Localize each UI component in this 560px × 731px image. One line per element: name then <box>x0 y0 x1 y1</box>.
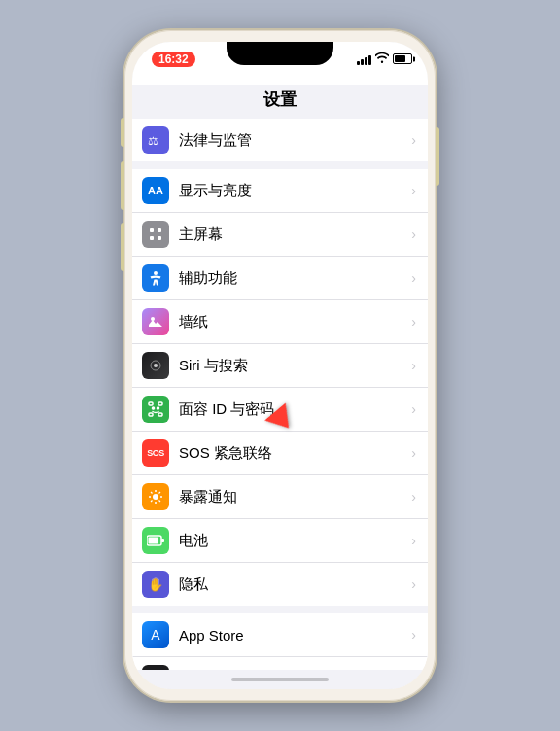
appstore-section: A App Store › 钱包与 Apple Pay › <box>132 613 428 670</box>
svg-rect-4 <box>158 236 161 240</box>
faceid-icon <box>142 396 169 423</box>
phone-frame: 16:32 设置 <box>124 30 436 701</box>
chevron-icon: › <box>411 226 416 242</box>
volume-down-button <box>121 223 124 271</box>
chevron-icon: › <box>411 533 416 548</box>
display-section: AA 显示与亮度 › 主屏幕 › 辅助功能 <box>132 169 428 606</box>
svg-rect-9 <box>149 402 153 405</box>
display-icon: AA <box>142 177 169 204</box>
chevron-icon: › <box>411 358 416 373</box>
chevron-icon: › <box>411 132 416 148</box>
chevron-icon: › <box>411 401 416 417</box>
notch <box>227 42 333 65</box>
item-label-appstore: App Store <box>179 627 411 644</box>
chevron-icon: › <box>411 183 416 198</box>
item-label-privacy: 隐私 <box>179 575 411 594</box>
svg-text:A: A <box>151 627 160 643</box>
svg-point-5 <box>154 271 158 275</box>
svg-rect-26 <box>161 539 164 542</box>
item-label-exposure: 暴露通知 <box>179 488 411 506</box>
accessibility-icon <box>142 264 169 292</box>
svg-text:⚖: ⚖ <box>148 134 158 148</box>
homescreen-icon <box>142 221 169 248</box>
chevron-icon: › <box>411 489 416 505</box>
item-label-sos: SOS 紧急联络 <box>179 444 411 463</box>
svg-rect-12 <box>158 413 162 416</box>
svg-rect-3 <box>150 236 154 240</box>
lawfirm-icon: ⚖ <box>142 126 169 154</box>
exposure-icon <box>142 483 169 510</box>
svg-rect-11 <box>149 413 153 416</box>
item-label-lawfirm: 法律与监管 <box>179 131 411 150</box>
volume-up-button <box>121 161 124 210</box>
item-label-display: 显示与亮度 <box>179 182 411 200</box>
list-item-homescreen[interactable]: 主屏幕 › <box>132 213 428 257</box>
list-item-wallpaper[interactable]: 墙纸 › <box>132 300 428 344</box>
svg-rect-2 <box>158 228 161 232</box>
svg-line-23 <box>151 501 153 503</box>
item-label-wallpaper: 墙纸 <box>179 313 411 331</box>
item-label-homescreen: 主屏幕 <box>179 226 411 244</box>
chevron-icon: › <box>411 576 416 592</box>
svg-rect-10 <box>158 402 162 405</box>
privacy-icon: ✋ <box>142 571 169 598</box>
item-label-siri: Siri 与搜索 <box>179 357 411 375</box>
chevron-icon: › <box>411 445 416 461</box>
list-item-wallet[interactable]: 钱包与 Apple Pay › <box>132 657 428 670</box>
svg-line-20 <box>151 492 153 494</box>
svg-line-22 <box>159 492 161 494</box>
svg-rect-1 <box>150 228 154 232</box>
list-item-sos[interactable]: SOS SOS 紧急联络 › <box>132 432 428 475</box>
list-item-battery[interactable]: 电池 › <box>132 519 428 563</box>
list-item-siri[interactable]: Siri 与搜索 › <box>132 344 428 388</box>
appstore-icon: A <box>142 621 169 648</box>
power-button <box>436 127 439 186</box>
list-item-display[interactable]: AA 显示与亮度 › <box>132 169 428 213</box>
mute-button <box>121 118 124 147</box>
svg-point-14 <box>158 407 159 409</box>
list-item-appstore[interactable]: A App Store › <box>132 613 428 657</box>
list-item-accessibility[interactable]: 辅助功能 › <box>132 257 428 300</box>
home-indicator <box>132 670 428 689</box>
battery-icon <box>393 53 412 64</box>
status-time: 16:32 <box>152 52 195 67</box>
chevron-icon: › <box>411 270 416 286</box>
signal-icon <box>357 53 371 65</box>
item-label-battery: 电池 <box>179 532 411 550</box>
status-bar: 16:32 <box>132 42 428 85</box>
item-label-accessibility: 辅助功能 <box>179 269 411 288</box>
wallpaper-icon <box>142 308 169 335</box>
list-item-privacy[interactable]: ✋ 隐私 › <box>132 563 428 606</box>
chevron-icon: › <box>411 627 416 643</box>
settings-list: ⚖ 法律与监管 › AA 显示与亮度 › <box>132 119 428 670</box>
page-header: 设置 <box>132 85 428 119</box>
svg-point-13 <box>153 407 155 409</box>
svg-line-21 <box>159 501 161 503</box>
status-icons <box>357 52 412 66</box>
siri-icon <box>142 352 169 379</box>
wifi-icon <box>375 52 389 66</box>
svg-point-15 <box>153 494 158 500</box>
svg-text:✋: ✋ <box>148 576 163 592</box>
battery-settings-icon <box>142 527 169 554</box>
wallet-icon <box>142 665 169 670</box>
sos-icon: SOS <box>142 439 169 467</box>
home-bar <box>231 678 329 681</box>
phone-screen: 16:32 设置 <box>132 42 428 689</box>
top-partial-group: ⚖ 法律与监管 › <box>132 119 428 161</box>
chevron-icon: › <box>411 314 416 330</box>
page-title: 设置 <box>263 90 297 109</box>
item-label-wallet: 钱包与 Apple Pay <box>179 670 411 671</box>
list-item-exposure[interactable]: 暴露通知 › <box>132 475 428 519</box>
svg-rect-25 <box>149 538 158 544</box>
svg-point-8 <box>154 364 158 367</box>
list-item[interactable]: ⚖ 法律与监管 › <box>132 119 428 161</box>
